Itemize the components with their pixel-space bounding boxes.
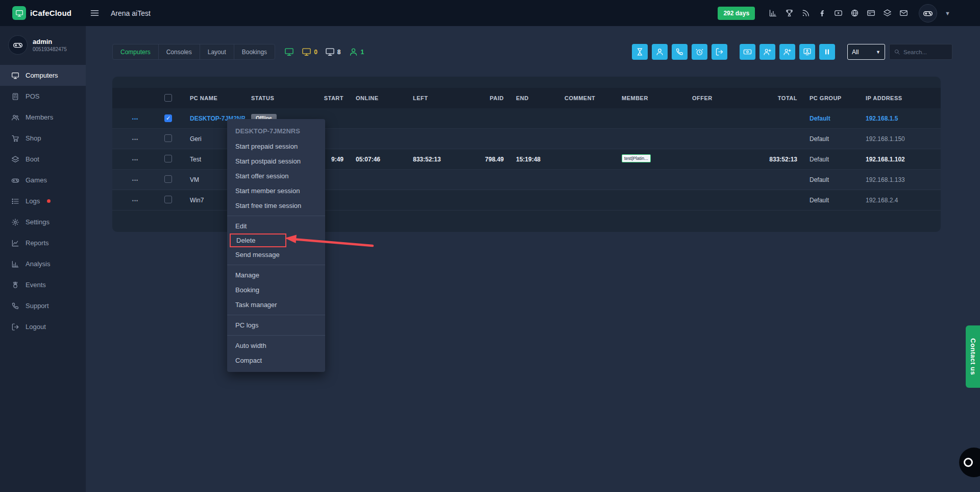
sidebar-item-reports[interactable]: Reports [0, 232, 86, 253]
row-checkbox[interactable] [164, 196, 172, 203]
context-menu-item-auto-width[interactable]: Auto width [227, 338, 325, 353]
cell-ip: 192.168.2.4 [860, 197, 941, 204]
rss-icon[interactable] [801, 9, 810, 17]
select-all-checkbox[interactable] [164, 94, 172, 102]
context-menu-item-start-postpaid[interactable]: Start postpaid session [227, 154, 325, 169]
col-header-offer[interactable]: OFFER [686, 95, 746, 101]
sidebar-item-analysis[interactable]: Analysis [0, 253, 86, 274]
checkout-button[interactable] [712, 44, 727, 60]
sidebar-item-support[interactable]: Support [0, 295, 86, 316]
mobile-user-button[interactable] [672, 44, 688, 60]
col-header-end[interactable]: END [510, 95, 558, 101]
hourglass-button[interactable] [632, 44, 648, 60]
group-filter-select[interactable]: All ▼ [847, 44, 885, 60]
sidebar-item-members[interactable]: Members [0, 107, 86, 128]
col-header-paid[interactable]: PAID [464, 95, 510, 101]
sidebar-item-label: POS [26, 92, 39, 100]
sidebar-user[interactable]: admin 005193482475 [0, 26, 86, 65]
col-header-comment[interactable]: COMMENT [558, 95, 616, 101]
sidebar-item-games[interactable]: Games [0, 170, 86, 191]
context-menu-item-booking[interactable]: Booking [227, 283, 325, 297]
tab-layout[interactable]: Layout [200, 44, 234, 60]
app-brand[interactable]: iCafeCloud [0, 6, 86, 20]
timer-button[interactable] [692, 44, 707, 60]
user-session-button[interactable] [652, 44, 668, 60]
cell-pc-group[interactable]: Default [803, 135, 860, 143]
group-filter-value: All [852, 49, 859, 56]
globe-icon[interactable] [850, 9, 859, 17]
col-header-status[interactable]: STATUS [245, 95, 301, 101]
tab-bookings[interactable]: Bookings [234, 44, 275, 60]
col-header-left[interactable]: LEFT [407, 95, 464, 101]
layers-icon[interactable] [883, 9, 892, 17]
contact-us-tab[interactable]: Contact us [966, 325, 980, 388]
row-menu-button[interactable]: ••• [132, 137, 138, 142]
cell-pc-group[interactable]: Default [803, 156, 860, 163]
add-member-button[interactable] [760, 44, 775, 60]
trophy-icon[interactable] [785, 9, 794, 17]
cell-ip[interactable]: 192.168.1.5 [860, 115, 941, 122]
context-menu-item-start-prepaid[interactable]: Start prepaid session [227, 139, 325, 154]
sidebar-item-shop[interactable]: Shop [0, 128, 86, 149]
context-menu-item-start-member[interactable]: Start member session [227, 183, 325, 198]
context-menu-item-manage[interactable]: Manage [227, 268, 325, 283]
cell-pc-group[interactable]: Default [803, 115, 860, 122]
cash-button[interactable] [740, 44, 755, 60]
tab-computers[interactable]: Computers [112, 44, 159, 60]
col-header-pc-group[interactable]: PC GROUP [803, 95, 860, 101]
context-menu-item-edit[interactable]: Edit [227, 219, 325, 233]
row-checkbox[interactable] [164, 134, 172, 142]
row-menu-button[interactable]: ••• [132, 157, 138, 162]
menu-toggle-button[interactable] [90, 8, 100, 18]
context-menu-item-task-manager[interactable]: Task manager [227, 297, 325, 312]
context-menu-item-start-offer[interactable]: Start offer session [227, 169, 325, 183]
toolbar: Computers Consoles Layout Bookings 0 8 1 [112, 44, 952, 60]
sidebar-item-logs[interactable]: Logs [0, 191, 86, 212]
sidebar-item-pos[interactable]: POS [0, 86, 86, 107]
layers-icon [11, 155, 19, 163]
context-menu-item-start-free-time[interactable]: Start free time session [227, 198, 325, 213]
license-days-badge[interactable]: 292 days [718, 7, 755, 20]
gamepad-icon [11, 176, 19, 184]
mail-icon[interactable] [899, 9, 908, 17]
sidebar-item-events[interactable]: Events [0, 274, 86, 295]
context-menu-item-send-message[interactable]: Send message [227, 247, 325, 262]
row-checkbox[interactable] [164, 155, 172, 162]
row-menu-button[interactable]: ••• [132, 178, 138, 183]
cell-pc-group[interactable]: Default [803, 176, 860, 183]
youtube-icon[interactable] [834, 9, 843, 17]
cell-pc-group[interactable]: Default [803, 197, 860, 204]
context-menu-item-delete[interactable]: Delete [230, 233, 286, 247]
col-header-member[interactable]: MEMBER [616, 95, 686, 101]
row-checkbox[interactable] [164, 114, 172, 122]
col-header-online[interactable]: ONLINE [350, 95, 407, 101]
row-menu-button[interactable]: ••• [132, 198, 138, 203]
col-header-start[interactable]: START [301, 95, 350, 101]
col-header-total[interactable]: TOTAL [746, 95, 803, 101]
member-screen-button[interactable] [799, 44, 815, 60]
search-input[interactable] [903, 49, 948, 55]
col-header-pc-name[interactable]: PC NAME [184, 95, 245, 101]
card-icon[interactable] [867, 9, 875, 17]
row-checkbox[interactable] [164, 175, 172, 183]
sidebar-item-boot[interactable]: Boot [0, 149, 86, 170]
user-avatar[interactable] [919, 4, 937, 22]
context-menu-item-pc-logs[interactable]: PC logs [227, 318, 325, 333]
sidebar-menu: Computers POS Members Shop Boot Games Lo… [0, 65, 86, 337]
chevron-down-icon[interactable]: ▼ [945, 10, 950, 16]
sidebar-item-logout[interactable]: Logout [0, 316, 86, 337]
topbar-actions: 292 days ▼ [718, 4, 950, 22]
stats-icon[interactable] [769, 9, 777, 17]
tab-consoles[interactable]: Consoles [158, 44, 200, 60]
sidebar-item-settings[interactable]: Settings [0, 212, 86, 232]
pause-button[interactable] [819, 44, 835, 60]
member-badge[interactable]: test|Platin... [622, 154, 651, 162]
context-menu-item-compact[interactable]: Compact [227, 353, 325, 368]
facebook-icon[interactable] [818, 9, 826, 17]
search-box[interactable] [889, 44, 952, 60]
row-menu-button[interactable]: ••• [132, 116, 138, 122]
sidebar-item-label: Computers [26, 72, 58, 79]
sidebar-item-computers[interactable]: Computers [0, 65, 86, 86]
col-header-ip[interactable]: IP ADDRESS [860, 95, 941, 101]
add-guest-button[interactable] [779, 44, 795, 60]
